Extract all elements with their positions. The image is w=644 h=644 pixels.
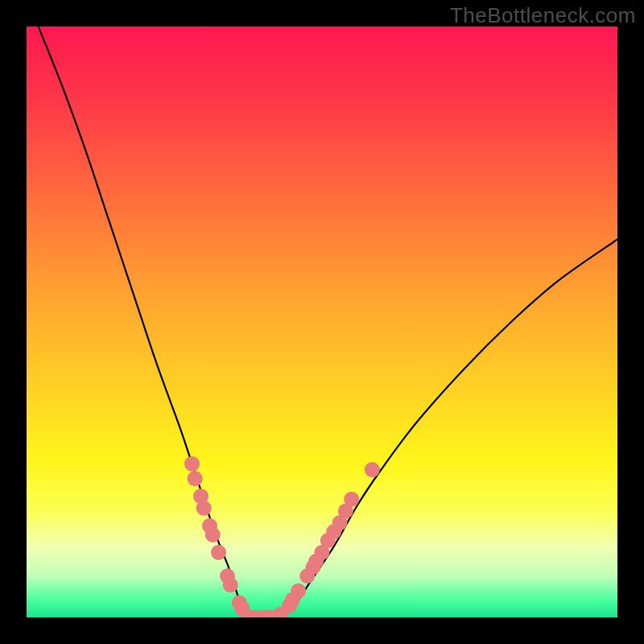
data-point [188, 471, 203, 486]
chart-frame: TheBottleneck.com [0, 0, 644, 644]
data-point [223, 577, 238, 592]
data-point [211, 545, 226, 560]
data-point [291, 583, 306, 598]
watermark-text: TheBottleneck.com [450, 3, 636, 28]
data-points [184, 456, 380, 617]
data-point [184, 456, 200, 472]
data-point [196, 501, 212, 516]
chart-overlay [27, 27, 617, 617]
data-point [344, 492, 359, 507]
data-point [365, 462, 380, 477]
plot-area [27, 27, 617, 617]
data-point [205, 527, 221, 543]
